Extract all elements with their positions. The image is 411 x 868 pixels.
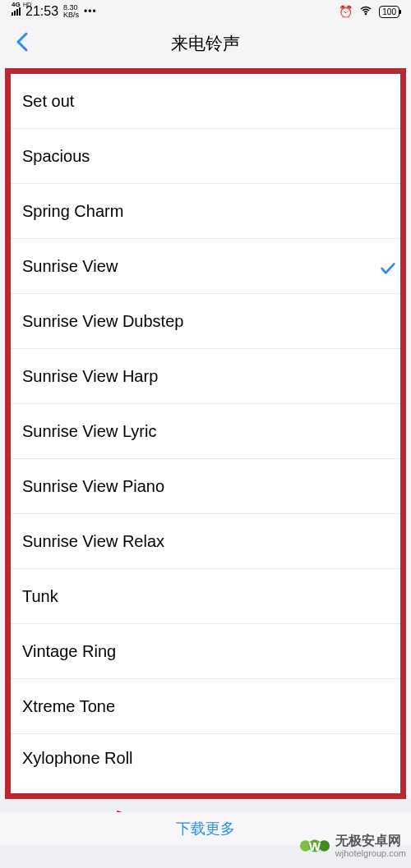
watermark-title: 无极安卓网 (335, 834, 406, 848)
watermark-logo-icon: W (299, 830, 330, 861)
ringtone-label: Sunrise View (22, 257, 118, 276)
status-right: ⏰ 100 (339, 4, 399, 20)
ringtone-label: Sunrise View Harp (22, 367, 158, 386)
network-speed: 8.30 KB/s (63, 4, 79, 19)
list-item[interactable]: Set out (11, 74, 400, 129)
list-item[interactable]: Spring Charm (11, 184, 400, 239)
ringtone-label: Set out (22, 92, 74, 111)
signal-icon: 4G HD (12, 7, 21, 16)
alarm-icon: ⏰ (339, 5, 353, 18)
list-item[interactable]: Sunrise View Relax (11, 514, 400, 569)
check-icon (379, 259, 397, 282)
list-item[interactable]: Sunrise View Piano (11, 459, 400, 514)
ringtone-label: Sunrise View Relax (22, 532, 164, 551)
list-item[interactable]: Tunk (11, 569, 400, 624)
ringtone-label: Vintage Ring (22, 642, 116, 661)
network-type: 4G (12, 1, 21, 8)
watermark: W 无极安卓网 wjhotelgroup.com (299, 830, 406, 861)
battery-indicator: 100 (379, 6, 399, 18)
status-left: 4G HD 21:53 8.30 KB/s ••• (12, 4, 97, 19)
list-item[interactable]: Sunrise View Lyric (11, 404, 400, 459)
ringtone-label: Sunrise View Dubstep (22, 312, 183, 331)
ringtone-label: Sunrise View Lyric (22, 422, 156, 441)
more-dots-icon: ••• (84, 6, 97, 17)
page-title: 来电铃声 (0, 32, 411, 55)
list-item[interactable]: Sunrise View Harp (11, 349, 400, 404)
page-header: 来电铃声 (0, 23, 411, 64)
list-item[interactable]: Sunrise View (11, 239, 400, 294)
ringtone-list-highlight: Set outSpaciousSpring CharmSunrise ViewS… (5, 68, 406, 799)
ringtone-label: Sunrise View Piano (22, 477, 164, 496)
download-more-label: 下载更多 (176, 819, 235, 838)
list-item[interactable]: Xylophone Roll (11, 734, 400, 780)
watermark-url: wjhotelgroup.com (335, 848, 406, 858)
ringtone-label: Spring Charm (22, 202, 123, 221)
ringtone-list[interactable]: Set outSpaciousSpring CharmSunrise ViewS… (11, 74, 400, 780)
ringtone-label: Tunk (22, 587, 58, 606)
list-item[interactable]: Spacious (11, 129, 400, 184)
ringtone-label: Xylophone Roll (22, 749, 133, 768)
list-item[interactable]: Sunrise View Dubstep (11, 294, 400, 349)
hd-indicator: HD (23, 2, 31, 7)
footer-area: 下载更多 W 无极安卓网 wjhotelgroup.com (0, 799, 411, 868)
ringtone-label: Xtreme Tone (22, 697, 115, 716)
wifi-icon (359, 4, 372, 20)
list-item[interactable]: Xtreme Tone (11, 679, 400, 734)
list-item[interactable]: Vintage Ring (11, 624, 400, 679)
back-button[interactable] (15, 30, 30, 57)
svg-point-0 (366, 13, 367, 14)
status-bar: 4G HD 21:53 8.30 KB/s ••• ⏰ 100 (0, 0, 411, 23)
svg-text:W: W (309, 839, 321, 853)
ringtone-label: Spacious (22, 147, 90, 166)
